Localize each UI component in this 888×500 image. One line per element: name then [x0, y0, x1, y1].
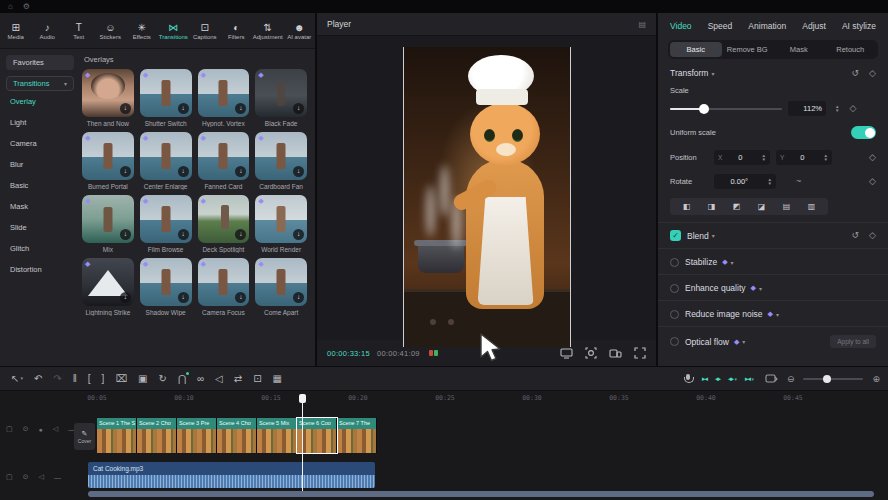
transition-film-browse[interactable]: ◆↓Film Browse: [140, 195, 192, 253]
transition-then-and-now[interactable]: ◆↓Then and Now: [82, 69, 134, 127]
crop-icon[interactable]: ⊡: [253, 374, 261, 384]
redo-icon[interactable]: ↷: [53, 374, 61, 384]
uniform-scale-toggle[interactable]: [851, 126, 876, 139]
download-icon[interactable]: ↓: [178, 292, 189, 303]
transition-fanned-card[interactable]: ◆↓Fanned Card: [198, 132, 250, 190]
transition-come-apart[interactable]: ◆↓Come Apart: [255, 258, 307, 316]
transition-lightning-strike[interactable]: ◆↓Lightning Strike: [82, 258, 134, 316]
sidebar-item-distortion[interactable]: Distortion: [6, 259, 74, 280]
timeline-scrollbar[interactable]: [88, 491, 874, 497]
magnet-snap-icon[interactable]: ⋂: [178, 374, 186, 384]
audio-clip[interactable]: Cat Cooking.mp3: [88, 462, 375, 488]
marker-options-icon[interactable]: ▸◂ ▾: [745, 375, 754, 383]
settings-icon[interactable]: ⚙: [23, 3, 30, 11]
subtab-remove-bg[interactable]: Remove BG: [722, 42, 774, 57]
noise-toggle-icon[interactable]: [670, 310, 679, 319]
toolbar-adjustment[interactable]: ⇅Adjustment: [252, 22, 284, 40]
toolbar-effects[interactable]: ✳Effects: [126, 22, 158, 40]
clip-scene-5-mix[interactable]: Scene 5 Mix: [257, 418, 297, 453]
download-icon[interactable]: ↓: [235, 166, 246, 177]
clip-scene-3-pre[interactable]: Scene 3 Pre: [177, 418, 217, 453]
flip-align-icon-1[interactable]: ◧: [683, 202, 691, 211]
select-tool-icon[interactable]: ↖▾: [11, 374, 23, 384]
keyframe-diamond-icon[interactable]: ◇: [869, 69, 876, 78]
download-icon[interactable]: ↓: [293, 292, 304, 303]
download-icon[interactable]: ↓: [120, 103, 131, 114]
timeline-ruler[interactable]: 00:0500:1000:1500:2000:2500:3000:3500:40…: [0, 394, 888, 406]
track-volume-icon[interactable]: ◁: [215, 374, 223, 384]
transition-world-render[interactable]: ◆↓World Render: [255, 195, 307, 253]
optical-flow-toggle-icon[interactable]: [670, 337, 679, 346]
transition-shutter-switch[interactable]: ◆↓Shutter Switch: [140, 69, 192, 127]
keyframe-diamond-icon[interactable]: ◇: [869, 153, 876, 162]
tab-video[interactable]: Video: [670, 21, 692, 31]
chevron-down-icon[interactable]: ▾: [776, 311, 779, 318]
sidebar-item-camera[interactable]: Camera: [6, 133, 74, 154]
rotate-field[interactable]: 0.00° ▲▼: [714, 174, 776, 189]
reset-icon[interactable]: ↺: [852, 69, 860, 78]
delete-icon[interactable]: ⌧: [115, 374, 127, 384]
toolbar-text[interactable]: TText: [63, 22, 95, 40]
loop-icon[interactable]: ↻: [158, 374, 166, 384]
focus-scan-icon[interactable]: [585, 347, 597, 359]
mute-track-icon[interactable]: ◁: [39, 473, 44, 481]
download-icon[interactable]: ↓: [293, 166, 304, 177]
transition-center-enlarge[interactable]: ◆↓Center Enlarge: [140, 132, 192, 190]
apply-to-all-button[interactable]: Apply to all: [830, 335, 876, 348]
download-icon[interactable]: ↓: [293, 229, 304, 240]
mute-track-icon[interactable]: ◁: [53, 425, 58, 433]
transition-black-fade[interactable]: ◆↓Black Fade: [255, 69, 307, 127]
preview-axis-icon[interactable]: [765, 374, 778, 384]
transition-shadow-wipe[interactable]: ◆↓Shadow Wipe: [140, 258, 192, 316]
tab-animation[interactable]: Animation: [748, 21, 786, 31]
position-y-field[interactable]: Y 0 ▲▼: [776, 150, 832, 165]
player-viewport[interactable]: [317, 36, 656, 340]
download-icon[interactable]: ↓: [293, 103, 304, 114]
scale-stepper[interactable]: ▲▼: [835, 105, 839, 113]
preview-quality-icon[interactable]: [429, 350, 438, 356]
download-icon[interactable]: ↓: [120, 292, 131, 303]
video-preview[interactable]: [403, 47, 571, 347]
chevron-down-icon[interactable]: ▾: [731, 259, 734, 266]
link-clips-icon[interactable]: ∞: [197, 374, 204, 384]
timeline-zoom-slider[interactable]: [803, 378, 863, 380]
home-icon[interactable]: ⌂: [8, 3, 13, 11]
clip-scene-1-the-s[interactable]: Scene 1 The S: [97, 418, 137, 453]
chevron-down-icon[interactable]: ▾: [711, 70, 714, 77]
clip-scene-4-cho[interactable]: Scene 4 Cho: [217, 418, 257, 453]
chevron-down-icon[interactable]: ▾: [759, 285, 762, 292]
split-icon[interactable]: ‖: [73, 374, 77, 384]
freeze-frame-icon[interactable]: ▣: [138, 374, 147, 384]
fullscreen-icon[interactable]: [634, 347, 646, 359]
download-icon[interactable]: ↓: [235, 229, 246, 240]
transition-cardboard-fan[interactable]: ◆↓Cardboard Fan: [255, 132, 307, 190]
trim-left-icon[interactable]: [: [88, 374, 91, 384]
toolbar-ai-avatar[interactable]: ☻AI avatar: [284, 22, 316, 40]
download-icon[interactable]: ↓: [178, 229, 189, 240]
flip-align-icon-3[interactable]: ◩: [733, 202, 741, 211]
favorites-button[interactable]: Favorites: [6, 55, 74, 70]
trim-right-icon[interactable]: ]: [102, 374, 105, 384]
keyframe-diamond-icon[interactable]: ◇: [869, 231, 876, 240]
tab-ai-stylize[interactable]: AI stylize: [842, 21, 876, 31]
toolbar-media[interactable]: ⊞Media: [0, 22, 32, 40]
transition-deck-spotlight[interactable]: ◆↓Deck Spotlight: [198, 195, 250, 253]
sidebar-item-light[interactable]: Light: [6, 112, 74, 133]
transition-hypnot-vortex[interactable]: ◆↓Hypnot. Vortex: [198, 69, 250, 127]
clip-scene-7-the[interactable]: Scene 7 The: [337, 418, 377, 453]
clip-scene-6-coo[interactable]: Scene 6 Coo: [297, 418, 337, 453]
toolbar-transitions[interactable]: ⋈Transitions: [158, 22, 190, 40]
scale-value[interactable]: 112%: [788, 101, 826, 116]
clip-scene-2-cho[interactable]: Scene 2 Cho: [137, 418, 177, 453]
toolbar-stickers[interactable]: ☺Stickers: [95, 22, 127, 40]
transition-burned-portal[interactable]: ◆↓Burned Portal: [82, 132, 134, 190]
toolbar-audio[interactable]: ♪Audio: [32, 22, 64, 40]
hide-track-icon[interactable]: ●: [39, 426, 43, 433]
category-dropdown[interactable]: Transitions ▾: [6, 76, 74, 91]
lock-icon[interactable]: ⊙: [23, 425, 29, 433]
download-icon[interactable]: ↓: [178, 103, 189, 114]
keyframe-diamond-icon[interactable]: ◇: [849, 104, 856, 113]
position-x-field[interactable]: X 0 ▲▼: [714, 150, 770, 165]
record-voiceover-icon[interactable]: [685, 374, 691, 384]
marker-icon[interactable]: ◂▸ ▾: [728, 375, 737, 383]
